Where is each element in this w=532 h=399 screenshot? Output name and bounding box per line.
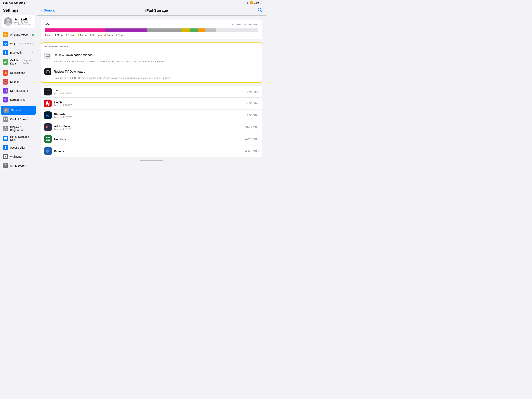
back-label: General [44,9,55,13]
sidebar-item-cellular[interactable]: Cellular Data Airplane Mode [0,57,37,67]
sidebar-item-wifi[interactable]: Wi-Fi ATT54rHY7U [0,39,37,48]
sidebar-item-siri[interactable]: 🎙 Siri & Search [0,161,37,170]
svg-point-15 [5,146,6,147]
chevron-right-icon: › [258,90,259,93]
sidebar-label: Home Screen & Dock [10,135,34,142]
segment-system [147,28,181,32]
app-last-used: Last Used: 8/25/20 [54,92,245,95]
svg-text:Fr: Fr [46,126,49,129]
app-name: Netflix [54,101,245,104]
app-item-keynote[interactable]: Keynote 466.6 MB › [41,145,262,157]
user-info: Jerri Ledford Apple ID, iCloud, Media & … [14,18,33,25]
sidebar-item-accessibility[interactable]: Accessibility [0,143,37,152]
status-date: Sat Oct 17 [14,1,27,4]
rec-item-tv[interactable]: Review TV Downloads › Save up to 7.98 GB… [41,66,262,82]
sidebar-label: Control Center [10,118,28,121]
svg-rect-10 [6,137,7,138]
adobe-fresco-icon: Fr [44,123,52,131]
rec-title-tv: Review TV Downloads [54,70,255,73]
sidebar-item-general[interactable]: ⚙ General [1,106,36,115]
segment-apps [45,28,105,32]
svg-rect-5 [6,118,7,119]
app-last-used: Last Used: 5/22/20 [54,128,243,130]
sidebar-label: Sounds [10,80,19,83]
svg-rect-14 [4,139,7,140]
dnd-icon: 🌙 [3,88,8,94]
siri-icon: 🎙 [3,163,8,168]
sidebar-item-bluetooth[interactable]: Bluetooth On [0,48,37,57]
chevron-right-icon: › [258,114,259,117]
video-icon [44,52,51,59]
sidebar-item-control-center[interactable]: Control Center [0,115,37,124]
accessibility-icon [3,145,8,150]
app-size-keynote: 466.6 MB › [245,149,259,153]
content-area: General iPad Storage iPad 30.1 GB of 64 … [37,6,266,200]
segment-media [105,28,147,32]
content-scroll[interactable]: iPad 30.1 GB of 64 GB Used Apps [37,16,266,200]
notifications-icon: 🔔 [3,70,8,76]
sidebar-item-home-screen[interactable]: Home Screen & Dock [0,134,37,143]
sidebar-item-dnd[interactable]: 🌙 Do Not Disturb [0,86,37,95]
sidebar-item-screen-time[interactable]: ⏱ Screen Time [0,95,37,104]
svg-rect-2 [6,61,6,63]
svg-rect-24 [46,137,48,138]
cellular-icon [3,59,8,65]
sidebar-label: Do Not Disturb [10,89,28,92]
back-button[interactable]: General [41,9,55,13]
sidebar-label: Wi-Fi [10,42,17,45]
chevron-right-icon: › [258,54,259,57]
segment-books [198,28,205,32]
nav-bar: General iPad Storage [37,6,266,16]
legend-other: Other [115,34,123,36]
svg-rect-25 [46,139,48,140]
tv-icon [44,88,52,96]
bluetooth-icon [3,50,8,55]
app-size-fresco: 914.1 MB › [245,126,259,129]
sounds-icon: 🔊 [3,79,8,84]
app-item-tv[interactable]: TV Last Used: 8/25/20 7.99 GB › [41,86,262,98]
svg-rect-26 [46,140,48,141]
wifi-value: ATT54rHY7U [20,42,34,45]
sidebar-item-wallpaper[interactable]: 🖼 Wallpaper [0,152,37,161]
user-profile[interactable]: Jerri Ledford Apple ID, iCloud, Media & … [1,15,35,28]
svg-rect-32 [48,152,48,153]
wifi-signal-icon: 📶 [250,1,253,4]
app-item-photoshop[interactable]: Ps Photoshop Last Used: 6/20/20 1.54 GB … [41,109,262,121]
netflix-icon [44,100,52,107]
general-icon: ⚙ [4,108,9,113]
sidebar-item-notifications[interactable]: 🔔 Notifications [0,68,37,77]
storage-legend: Apps Media System Photos [45,34,258,36]
sidebar-label: Wallpaper [10,155,22,158]
svg-rect-12 [5,138,6,139]
home-screen-icon [3,135,8,141]
battery-level: 22% [254,1,259,4]
legend-apps: Apps [45,34,52,36]
svg-rect-4 [4,118,5,119]
cellular-value: Airplane Mode [23,59,34,65]
photoshop-icon: Ps [44,111,52,119]
sidebar-item-sounds[interactable]: 🔊 Sounds [0,77,37,86]
app-name: TV [54,89,245,92]
segment-other [205,28,215,32]
sidebar-item-airplane-mode[interactable]: ✈ Airplane Mode ● [0,30,37,39]
app-item-numbers[interactable]: Numbers 472.2 MB › [41,133,262,145]
rec-item-videos[interactable]: Review Downloaded Videos › Save up to 4.… [41,49,262,66]
app-item-adobe-fresco[interactable]: Fr Adobe Fresco Last Used: 5/22/20 914.1… [41,121,262,133]
app-last-used: Last Used: 10/1/20 [54,104,245,106]
app-size-tv: 7.99 GB › [247,90,259,93]
app-name: Photoshop [54,113,245,116]
storage-card: iPad 30.1 GB of 64 GB Used Apps [41,19,262,39]
segment-photos [181,28,190,32]
sidebar-label: Notifications [10,71,25,74]
svg-rect-1 [5,61,5,63]
app-size-numbers: 472.2 MB › [245,138,259,141]
wallpaper-icon: 🖼 [3,154,8,159]
search-button[interactable] [258,8,262,13]
sidebar-label: Bluetooth [10,51,22,54]
svg-rect-13 [6,138,7,139]
app-info-tv: TV Last Used: 8/25/20 [54,89,245,95]
app-item-netflix[interactable]: Netflix Last Used: 10/1/20 4.55 GB › [41,98,262,109]
battery-icon: 🔋 [260,1,263,4]
app-list: TV Last Used: 8/25/20 7.99 GB › [41,86,262,157]
sidebar-item-display[interactable]: A Display & Brightness [0,124,37,134]
